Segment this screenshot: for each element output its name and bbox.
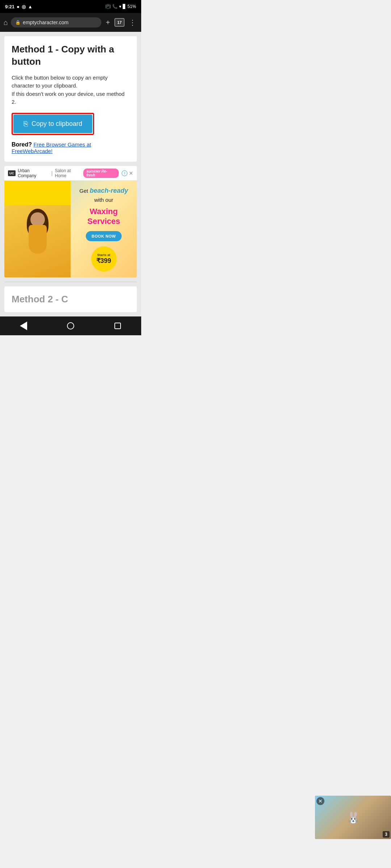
- method2-card: Method 2 - C: [4, 286, 137, 312]
- ad-close-button[interactable]: ✕: [129, 170, 133, 176]
- status-right: 📳 📞 ▾ ▊ 51%: [105, 4, 136, 9]
- section-divider: [4, 282, 137, 282]
- home-icon: ⌂: [4, 18, 8, 26]
- ad-tag: summer Re-fresh: [83, 169, 119, 178]
- ad-controls: i ✕: [122, 170, 133, 176]
- ad-brand-name: Urban Company: [18, 168, 49, 178]
- time-display: 9:21: [5, 4, 14, 9]
- vibrate-icon: 📳: [105, 4, 111, 9]
- ad-price: ₹399: [96, 257, 111, 265]
- ad-starts-at: Starts at: [97, 253, 110, 257]
- bored-text: Bored? Free Browser Games at FreeWebArca…: [12, 141, 130, 154]
- ad-logo-box: UC: [8, 170, 16, 176]
- alert-icon: ▲: [28, 4, 33, 9]
- copy-icon: ⎘: [24, 120, 28, 128]
- ad-with-text: with our: [94, 196, 113, 204]
- home-icon: [67, 322, 74, 329]
- method2-title: Method 2 - C: [12, 294, 130, 305]
- whatsapp-icon: ●: [17, 4, 20, 9]
- address-bar[interactable]: 🔒 emptycharacter.com: [11, 17, 101, 27]
- ad-info-button[interactable]: i: [122, 170, 127, 176]
- ad-logo: UC Urban Company | Salon at Home: [8, 168, 83, 178]
- ad-top-bar: UC Urban Company | Salon at Home summer …: [4, 166, 137, 181]
- ad-banner: UC Urban Company | Salon at Home summer …: [4, 166, 137, 278]
- ad-person-image: [4, 181, 71, 278]
- call-icon: 📞: [112, 4, 118, 9]
- browser-menu-button[interactable]: ⋮: [127, 17, 138, 27]
- browser-home-button[interactable]: ⌂: [4, 18, 8, 27]
- ad-service: Salon at Home: [55, 168, 83, 178]
- new-tab-button[interactable]: +: [104, 18, 112, 27]
- method1-card: Method 1 - Copy with a button Click the …: [4, 36, 137, 162]
- ad-body: Get beach-ready with our Waxing Services…: [4, 181, 137, 278]
- instagram-icon: ◎: [22, 4, 26, 9]
- method1-desc2: If this doesn't work on your device, use…: [12, 91, 125, 105]
- copy-to-clipboard-button[interactable]: ⎘ Copy to clipboard: [13, 115, 92, 133]
- bored-label: Bored?: [12, 141, 32, 148]
- ad-headline: Get beach-ready: [79, 187, 128, 195]
- back-icon: [20, 322, 27, 330]
- status-left: 9:21 ● ◎ ▲: [5, 4, 33, 9]
- person-placeholder: [4, 205, 71, 277]
- method1-title: Method 1 - Copy with a button: [12, 43, 130, 68]
- ad-get-text: Get: [79, 188, 88, 194]
- ad-right-content: Get beach-ready with our Waxing Services…: [71, 181, 137, 278]
- signal-icon: ▊: [123, 4, 126, 9]
- browser-bar: ⌂ 🔒 emptycharacter.com + 17 ⋮: [0, 13, 141, 32]
- lock-icon: 🔒: [15, 20, 21, 25]
- back-button[interactable]: [16, 319, 31, 333]
- method1-description: Click the button below to copy an empty …: [12, 74, 130, 106]
- battery-label: 51%: [127, 4, 136, 9]
- home-button[interactable]: [63, 319, 78, 333]
- info-icon: i: [124, 171, 125, 175]
- bottom-navigation: [0, 316, 141, 335]
- url-text: emptycharacter.com: [23, 20, 68, 25]
- content-area: Method 1 - Copy with a button Click the …: [0, 32, 141, 316]
- woman-body: [29, 225, 47, 254]
- recents-button[interactable]: [110, 319, 125, 333]
- ad-cursive-text: beach-ready: [90, 187, 128, 194]
- method1-desc1: Click the button below to copy an empty …: [12, 75, 108, 89]
- ad-book-now-button[interactable]: BOOK NOW: [86, 231, 122, 241]
- woman-head: [30, 212, 45, 227]
- ad-separator: |: [51, 170, 53, 176]
- copy-button-highlight: ⎘ Copy to clipboard: [12, 113, 94, 135]
- ad-main-title: Waxing Services: [74, 207, 133, 226]
- status-bar: 9:21 ● ◎ ▲ 📳 📞 ▾ ▊ 51%: [0, 0, 141, 13]
- woman-figure: [4, 205, 71, 277]
- recents-icon: [114, 323, 121, 329]
- tab-count-button[interactable]: 17: [114, 18, 125, 27]
- ad-price-circle: Starts at ₹399: [91, 246, 117, 272]
- copy-button-label: Copy to clipboard: [31, 120, 82, 128]
- wifi-icon: ▾: [119, 4, 121, 9]
